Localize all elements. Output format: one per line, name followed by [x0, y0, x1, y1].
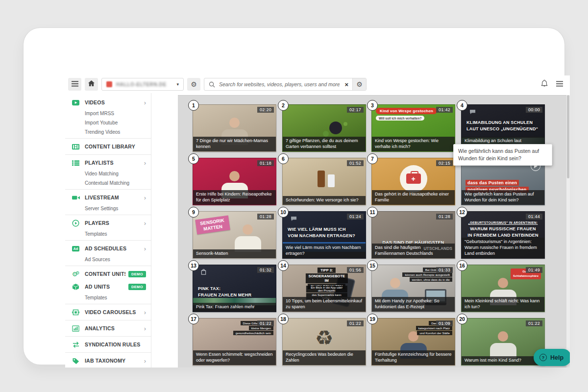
first-aid-kit-art: +	[400, 165, 427, 193]
video-card[interactable]: DAS SIND DIE HÄUFIGSTENUTSCHLANDS01:28Da…	[371, 211, 455, 259]
sidebar-item-livestream[interactable]: LIVESTREAM›	[65, 191, 151, 204]
video-number-badge: 13	[188, 260, 199, 271]
video-card[interactable]: SENSORIKMATTEN01:28Sensorik-Matten9	[193, 211, 276, 259]
scrollbar-thumb[interactable]	[567, 95, 569, 178]
demo-badge: DEMO	[128, 284, 146, 290]
video-number-badge: 14	[278, 260, 289, 271]
video-card[interactable]: ♻2001:22Recyclingcodes Was bedeuten die …	[282, 318, 366, 366]
video-card[interactable]: GuteSchlafatmosphäre01:49Mein Kleinkind …	[461, 265, 545, 312]
sidebar-subitem-server-settings[interactable]: Server Settings	[65, 204, 151, 213]
video-title: Mein Kleinkind schläft nicht: Was kann i…	[462, 297, 544, 312]
clear-search-icon[interactable]: ×	[341, 81, 352, 88]
video-card[interactable]: Kind von Wespe gestochenWill soll ich mi…	[371, 104, 455, 152]
video-card[interactable]: WIE VIEL LÄRM MUSS ICHVOM NACHBARN ERTRA…	[282, 211, 366, 259]
video-thumbnail: 01:52Schürfwunden: Wie versorge ich sie?	[282, 158, 366, 205]
sidebar-subitem-video-matching[interactable]: Video Matching	[65, 169, 151, 178]
sidebar-item-playlists[interactable]: PLAYLISTS›	[65, 156, 151, 169]
video-card[interactable]: Diese Gifte können skleine Mengengesundh…	[193, 318, 276, 366]
sidebar-item-ad-schedules[interactable]: AdAD SCHEDULES›	[65, 242, 151, 255]
help-label: Help	[550, 354, 564, 361]
video-card[interactable]: Das fünfstufigkategorisiert nach Platzun…	[371, 318, 455, 366]
videos-icon	[72, 98, 80, 106]
help-button[interactable]: ? Help	[534, 349, 570, 366]
video-thumbnail: 02:177 giftige Pflanzen, die du aus dein…	[282, 104, 366, 152]
sidebar-subitem-import-youtube[interactable]: Import Youtube	[65, 118, 151, 127]
sidebar-item-content-units[interactable]: ⚙⚙CONTENT UNITSDEMO	[65, 268, 151, 280]
video-number-badge: 16	[457, 260, 467, 271]
video-number-badge: 7	[367, 153, 378, 164]
video-thumbnail: „GEBURTSTOURISMUS“ IN ARGENTINIEN:WARUM …	[461, 211, 545, 259]
video-card[interactable]: Bei Online-Sprechkönnen auch Rezepte aus…	[371, 265, 455, 312]
video-title: Warum isst mein Kind Sand?	[462, 356, 544, 365]
duration-badge: 01:33	[436, 267, 453, 273]
duration-badge: 01:44	[526, 214, 542, 220]
sidebar-subitem-trending-videos[interactable]: Trending Videos	[65, 127, 151, 137]
thumbnail-overlay-text: KLIMABILDUNG AN SCHULENLAUT UNESCO „UNGE…	[466, 120, 538, 132]
video-card[interactable]: +02:15Das gehört in die Hausapotheke ein…	[371, 158, 455, 205]
sidebar-item-video-carousels[interactable]: VIDEO CAROUSELS›	[65, 306, 151, 318]
livestream-icon	[72, 194, 80, 201]
sidebar-item-videos[interactable]: VIDEOS›	[65, 96, 151, 109]
video-title: Fünfstufige Kennzeichnung für bessere Ti…	[372, 350, 455, 365]
video-card[interactable]: „GEBURTSTOURISMUS“ IN ARGENTINIEN:WARUM …	[461, 211, 545, 259]
video-title: Erste Hilfe bei Kindern: Reiseapotheke f…	[193, 190, 276, 205]
site-selector-dropdown[interactable]: HALLO-ELTERN.DE ▾	[101, 78, 184, 91]
video-card[interactable]: 01:18Erste Hilfe bei Kindern: Reiseapoth…	[193, 158, 276, 205]
sidebar-subitem-import-mrss[interactable]: Import MRSS	[65, 109, 151, 118]
sidebar-item-syndication-rules[interactable]: SYNDICATION RULES	[65, 338, 151, 351]
video-thumbnail: DAS SIND DIE HÄUFIGSTENUTSCHLANDS01:28Da…	[371, 211, 455, 259]
sidebar-divider	[65, 154, 151, 155]
thumbnail-overlay-text: Kind von Wespe gestochen	[376, 108, 437, 114]
search-input[interactable]	[218, 81, 341, 88]
video-card[interactable]: PINK TAX:FRAUEN ZAHLEN MEHR01:32Pink Tax…	[193, 265, 276, 312]
video-title: Kind von Wespe gestochen: Wie verhalte i…	[372, 137, 455, 151]
video-title: 10 Tipps, um beim Lebensmitteleinkauf zu…	[283, 297, 366, 312]
chevron-right-icon: ›	[142, 99, 146, 106]
sidebar-item-ad-units[interactable]: AD UNITSDEMO	[65, 280, 151, 293]
video-number-badge: 15	[367, 260, 378, 271]
app-body: VIDEOS›Import MRSSImport YoutubeTrending…	[65, 93, 570, 368]
duration-badge: 01:22	[526, 320, 542, 326]
players-icon	[72, 219, 80, 227]
thumbnail-overlay-text: WIE VIEL LÄRM MUSS ICHVOM NACHBARN ERTRA…	[288, 226, 355, 239]
sidebar-item-players[interactable]: PLAYERS›	[65, 217, 151, 229]
duration-badge: 01:28	[257, 214, 274, 220]
video-card[interactable]: 01:52Schürfwunden: Wie versorge ich sie?…	[282, 158, 366, 205]
medicine-bottles-art	[318, 171, 335, 187]
iab-taxonomy-icon	[72, 357, 80, 365]
sidebar-item-content-library[interactable]: CONTENT LIBRARY	[65, 140, 151, 153]
svg-text:Ad: Ad	[74, 247, 78, 250]
thumbnail-overlay-text: Will soll ich mich verhalten?	[376, 116, 424, 121]
video-thumbnail: GuteSchlafatmosphäre01:49Mein Kleinkind …	[461, 265, 545, 312]
video-title: "Geburtstourismus" in Argentinien: Warum…	[462, 238, 544, 258]
vertical-scrollbar[interactable]	[566, 95, 570, 368]
overflow-menu-icon[interactable]	[556, 80, 563, 89]
chevron-right-icon: ›	[142, 160, 146, 166]
sidebar-subitem-ad-sources[interactable]: Ad Sources	[65, 255, 151, 264]
hamburger-icon	[72, 80, 78, 89]
video-card[interactable]: 01:22Warum isst mein Kind Sand?20	[461, 318, 545, 366]
sidebar-item-analytics[interactable]: ANALYTICS›	[65, 322, 151, 335]
sidebar-item-label: ANALYTICS	[85, 325, 142, 331]
video-thumbnail: TIPP 3:SONDERANGEBOTE IMBLICK BEHALTENEi…	[282, 265, 366, 312]
search-settings-button[interactable]: ⚙	[352, 78, 366, 90]
content-units-icon: ⚙⚙	[72, 270, 80, 278]
video-number-badge: 11	[367, 207, 378, 218]
notifications-bell-icon[interactable]	[540, 79, 548, 89]
sidebar-subitem-contextual-matching[interactable]: Contextual Matching	[65, 178, 151, 188]
duration-badge: 01:22	[257, 320, 274, 326]
site-settings-button[interactable]: ⚙	[187, 78, 200, 91]
video-card[interactable]: 02:177 giftige Pflanzen, die du aus dein…	[282, 104, 366, 152]
menu-button[interactable]	[68, 78, 81, 91]
sidebar-subitem-templates[interactable]: Templates	[65, 229, 151, 239]
video-number-badge: 2	[278, 100, 289, 111]
chevron-right-icon: ›	[142, 195, 146, 201]
video-card[interactable]: TIPP 3:SONDERANGEBOTE IMBLICK BEHALTENEi…	[282, 265, 366, 312]
sidebar-item-iab-taxonomy[interactable]: IAB TAXONOMY›	[65, 354, 151, 367]
video-card[interactable]: 02:207 Dinge die nur wir Mädchen-Mamas k…	[193, 104, 276, 152]
video-number-badge: 9	[188, 207, 199, 218]
home-button[interactable]	[85, 78, 98, 91]
sidebar-item-label: CONTENT LIBRARY	[85, 144, 146, 149]
content-area: 02:207 Dinge die nur wir Mädchen-Mamas k…	[178, 95, 566, 368]
sidebar-subitem-templates[interactable]: Templates	[65, 293, 151, 302]
